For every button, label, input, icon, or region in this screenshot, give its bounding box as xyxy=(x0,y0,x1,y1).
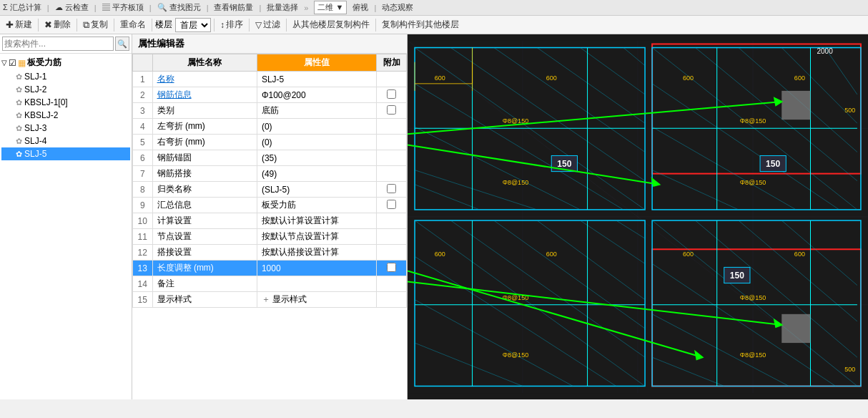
row-num: 10 xyxy=(133,213,153,229)
svg-text:Φ8@150: Φ8@150 xyxy=(740,179,766,186)
toolbar-item-calc[interactable]: Σ 汇总计算 xyxy=(3,2,41,13)
prop-value-cell[interactable]: SLJ-5 xyxy=(257,72,376,87)
toolbar-item-find[interactable]: 🔍 查找图元 xyxy=(157,2,201,13)
copy-to-floor-button[interactable]: 复制构件到其他楼层 xyxy=(379,18,462,31)
prop-checkbox-cell[interactable] xyxy=(377,198,407,213)
toolbar-item-align[interactable]: ▤ 平齐板顶 xyxy=(102,2,144,13)
prop-extra-cell xyxy=(377,245,407,261)
tree-checkbox[interactable]: ☑ xyxy=(9,58,16,68)
sidebar-item-slj3[interactable]: ✿SLJ-3 xyxy=(1,122,130,135)
table-row[interactable]: 2 钢筋信息 Φ100@200 xyxy=(133,87,407,103)
prop-name-cell: 汇总信息 xyxy=(152,198,257,213)
new-button[interactable]: ✚ 新建 xyxy=(3,18,35,31)
copy-button[interactable]: ⧉ 复制 xyxy=(80,18,111,31)
prop-value-cell[interactable]: (SLJ-5) xyxy=(257,182,376,198)
sidebar-item-slj1[interactable]: ✿SLJ-1 xyxy=(1,70,130,83)
prop-checkbox-cell[interactable] xyxy=(377,103,407,119)
table-row[interactable]: 4 左弯折 (mm) (0) xyxy=(133,119,407,135)
search-input[interactable] xyxy=(2,37,114,51)
prop-checkbox[interactable] xyxy=(387,105,396,115)
col-num xyxy=(133,54,153,72)
floor-label: 楼层 xyxy=(155,19,172,31)
table-row[interactable]: 10 计算设置 按默认计算设置计算 xyxy=(133,213,407,229)
table-row[interactable]: 11 节点设置 按默认节点设置计算 xyxy=(133,229,407,245)
svg-text:2000: 2000 xyxy=(817,47,833,55)
properties-table: 属性名称 属性值 附加 1 名称 SLJ-5 2 钢筋信息 Φ100@200 3… xyxy=(132,54,407,308)
floor-select[interactable]: 首层 xyxy=(175,18,211,32)
table-row[interactable]: 15 显示样式 ＋显示样式 xyxy=(133,292,407,308)
svg-text:Φ8@150: Φ8@150 xyxy=(740,117,766,125)
prop-value-cell[interactable]: 板受力筋 xyxy=(257,198,376,213)
prop-checkbox[interactable] xyxy=(387,89,396,99)
tree-item-label: SLJ-4 xyxy=(24,136,46,146)
prop-checkbox[interactable] xyxy=(387,184,396,193)
prop-name-cell: 钢筋锚固 xyxy=(152,150,257,166)
prop-value-cell[interactable]: 按默认搭接设置计算 xyxy=(257,245,376,261)
prop-checkbox-cell[interactable] xyxy=(377,182,407,198)
table-row[interactable]: 9 汇总信息 板受力筋 xyxy=(133,198,407,213)
table-row[interactable]: 1 名称 SLJ-5 xyxy=(133,72,407,87)
expand-icon[interactable]: ＋ xyxy=(262,294,270,304)
toolbar-item-2d[interactable]: 二维 ▼ xyxy=(314,1,347,14)
prop-value-cell[interactable]: (49) xyxy=(257,166,376,182)
prop-name-cell: 归类名称 xyxy=(152,182,257,198)
prop-name-cell: 钢筋搭接 xyxy=(152,166,257,182)
filter-button[interactable]: ▽ 过滤 xyxy=(252,18,283,31)
prop-name-cell[interactable]: 名称 xyxy=(152,72,257,87)
new-icon: ✚ xyxy=(6,19,14,30)
tree-collapse-icon[interactable]: ▽ xyxy=(1,59,7,67)
delete-button[interactable]: ✖ 删除 xyxy=(41,18,74,31)
table-row[interactable]: 6 钢筋锚固 (35) xyxy=(133,150,407,166)
table-row[interactable]: 7 钢筋搭接 (49) xyxy=(133,166,407,182)
table-row[interactable]: 8 归类名称 (SLJ-5) xyxy=(133,182,407,198)
sort-button[interactable]: ↕ 排序 xyxy=(217,18,246,31)
toolbar-item-rebar-view[interactable]: 查看钢筋量 xyxy=(214,2,253,13)
prop-name-cell: 显示样式 xyxy=(152,292,257,308)
prop-name-cell: 计算设置 xyxy=(152,213,257,229)
prop-value-cell[interactable]: (35) xyxy=(257,150,376,166)
prop-value-cell[interactable]: 1000 xyxy=(257,261,376,276)
col-extra-header: 附加 xyxy=(377,54,407,72)
svg-text:Φ8@150: Φ8@150 xyxy=(503,351,529,359)
toolbar-item-top-view[interactable]: 俯视 xyxy=(352,2,368,13)
search-button[interactable]: 🔍 xyxy=(115,37,129,51)
sidebar-item-kbslj2[interactable]: ✿KBSLJ-2 xyxy=(1,109,130,122)
sidebar-item-slj5[interactable]: ✿SLJ-5 xyxy=(1,147,130,160)
table-row[interactable]: 13 长度调整 (mm) 1000 xyxy=(133,261,407,276)
copy-from-floor-button[interactable]: 从其他楼层复制构件 xyxy=(290,18,373,31)
cad-area: 600 600 600 600 600 600 600 600 500 500 … xyxy=(408,34,868,399)
prop-value-cell[interactable]: 底筋 xyxy=(257,103,376,119)
rename-button[interactable]: 重命名 xyxy=(117,18,149,31)
prop-value-cell[interactable]: Φ100@200 xyxy=(257,87,376,103)
sidebar-item-slj2[interactable]: ✿SLJ-2 xyxy=(1,83,130,96)
filter-label: 过滤 xyxy=(263,19,280,31)
row-num: 7 xyxy=(133,166,153,182)
sidebar-item-slj4[interactable]: ✿SLJ-4 xyxy=(1,135,130,147)
prop-value-cell[interactable]: 按默认节点设置计算 xyxy=(257,229,376,245)
toolbar-item-cloud[interactable]: ☁ 云检查 xyxy=(55,2,89,13)
svg-text:150: 150 xyxy=(730,271,744,281)
prop-checkbox[interactable] xyxy=(387,200,396,209)
tree-item-label: SLJ-1 xyxy=(24,72,46,82)
table-row[interactable]: 5 右弯折 (mm) (0) xyxy=(133,135,407,150)
table-row[interactable]: 3 类别 底筋 xyxy=(133,103,407,119)
prop-checkbox-cell[interactable] xyxy=(377,261,407,276)
prop-extra-cell xyxy=(377,229,407,245)
svg-text:600: 600 xyxy=(435,74,445,82)
prop-name-cell: 类别 xyxy=(152,103,257,119)
app-toolbar: ✚ 新建 ✖ 删除 ⧉ 复制 重命名 楼层 首层 ↕ 排序 ▽ 过滤 从其他楼层… xyxy=(0,16,868,34)
prop-checkbox[interactable] xyxy=(387,263,396,272)
prop-value-cell[interactable]: (0) xyxy=(257,135,376,150)
prop-checkbox-cell[interactable] xyxy=(377,87,407,103)
prop-name-cell[interactable]: 钢筋信息 xyxy=(152,87,257,103)
sidebar-item-kbslj1[interactable]: ✿KBSLJ-1[0] xyxy=(1,96,130,109)
tree-item-icon: ✿ xyxy=(16,72,22,82)
sort-label: 排序 xyxy=(226,19,243,31)
svg-text:150: 150 xyxy=(557,159,571,169)
toolbar-item-batch-select[interactable]: 批量选择 xyxy=(267,2,298,13)
toolbar-item-dynamic[interactable]: 动态观察 xyxy=(382,2,413,13)
prop-value-cell[interactable]: (0) xyxy=(257,119,376,135)
prop-value-cell[interactable]: 按默认计算设置计算 xyxy=(257,213,376,229)
table-row[interactable]: 12 搭接设置 按默认搭接设置计算 xyxy=(133,245,407,261)
table-row[interactable]: 14 备注 xyxy=(133,276,407,292)
